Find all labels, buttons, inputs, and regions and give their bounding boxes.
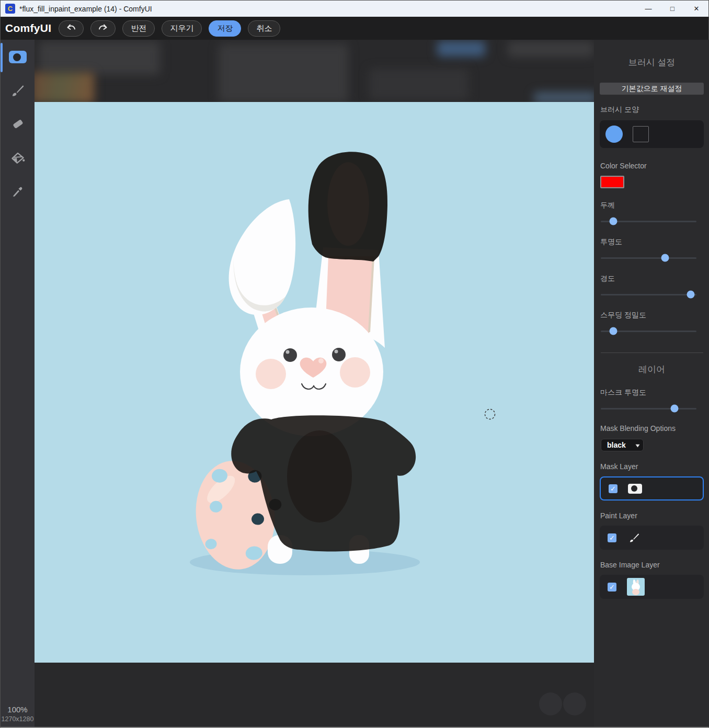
- paint-layer-icon: [627, 531, 642, 544]
- comfyui-app-icon: C: [5, 4, 15, 14]
- undo-icon: [65, 24, 77, 33]
- paint-layer-row[interactable]: [600, 526, 704, 550]
- paint-bucket-icon: [10, 150, 26, 165]
- canvas-dimensions: 1270x1280: [1, 715, 35, 723]
- backdrop-blur-button: [437, 41, 485, 56]
- mask-blending-value: black: [607, 441, 626, 449]
- minimize-button[interactable]: —: [636, 1, 660, 17]
- eyedropper-tool-button[interactable]: [6, 179, 30, 203]
- smoothing-precision-slider-thumb[interactable]: [609, 327, 617, 335]
- mask-blending-dropdown[interactable]: black ▾: [601, 439, 644, 451]
- brush-color-swatch[interactable]: [600, 176, 624, 188]
- close-button[interactable]: ✕: [684, 1, 708, 17]
- brush-shape-selector: [600, 120, 704, 148]
- paint-layer-label: Paint Layer: [600, 511, 709, 520]
- cancel-button[interactable]: 취소: [248, 20, 280, 37]
- smoothing-precision-label: 스무딩 정밀도: [600, 311, 709, 320]
- base-image-layer-visibility-checkbox[interactable]: [608, 583, 616, 592]
- paint-layer-visibility-checkbox[interactable]: [608, 533, 616, 542]
- window-title: *flux_fill_inpaint_example (14) - ComfyU…: [19, 5, 152, 13]
- redo-icon: [97, 24, 109, 33]
- canvas-action-button-2[interactable]: [563, 692, 586, 715]
- slider-track: [601, 408, 696, 410]
- hardness-slider-thumb[interactable]: [687, 291, 695, 299]
- smoothing-precision-slider[interactable]: [601, 327, 696, 335]
- mask-layer-label: Mask Layer: [600, 462, 709, 471]
- backdrop-blur-panel: [39, 41, 160, 75]
- comfyui-logo: ComfyUI: [5, 22, 51, 35]
- backdrop-blur-panel: [369, 69, 468, 100]
- mask-opacity-label: 마스크 투명도: [600, 388, 709, 397]
- base-image-layer-label: Base Image Layer: [600, 561, 709, 569]
- brush-shape-label: 브러시 모양: [600, 105, 709, 115]
- color-selector-label: Color Selector: [600, 162, 709, 170]
- brush-icon: [10, 83, 26, 98]
- thickness-slider[interactable]: [601, 218, 696, 225]
- square-brush-option[interactable]: [633, 126, 649, 142]
- mask-tool-icon: [9, 51, 27, 63]
- canvas-action-button-1[interactable]: [539, 692, 562, 715]
- editor-toolbar: ComfyUI 반전 지우기 저장 취소: [1, 17, 708, 40]
- clear-button[interactable]: 지우기: [162, 20, 202, 37]
- window-controls: — □ ✕: [636, 1, 708, 17]
- title-bar: C *flux_fill_inpaint_example (14) - Comf…: [1, 1, 708, 17]
- mask-opacity-slider-thumb[interactable]: [670, 405, 678, 413]
- tool-sidebar: 100% 1270x1280: [1, 40, 35, 727]
- brush-tool-button[interactable]: [6, 78, 30, 103]
- maximize-button[interactable]: □: [660, 1, 684, 17]
- eraser-tool-button[interactable]: [6, 112, 30, 136]
- base-image-layer-row[interactable]: [600, 575, 704, 599]
- backdrop-blur-image: [35, 72, 94, 104]
- panel-divider: [601, 352, 703, 353]
- mask-opacity-slider[interactable]: [601, 405, 696, 412]
- mask-blending-label: Mask Blending Options: [600, 424, 709, 433]
- chevron-down-icon: ▾: [636, 442, 639, 448]
- eraser-icon: [10, 116, 26, 132]
- zoom-percent: 100%: [1, 705, 35, 714]
- fill-tool-button[interactable]: [6, 145, 30, 169]
- thickness-slider-thumb[interactable]: [609, 218, 617, 225]
- opacity-label: 투명도: [600, 237, 709, 247]
- opacity-slider-thumb[interactable]: [661, 254, 669, 262]
- hardness-label: 경도: [600, 274, 709, 283]
- backdrop-blur-panel: [219, 44, 348, 103]
- hardness-slider[interactable]: [601, 291, 696, 298]
- brush-settings-title: 브러시 설정: [594, 56, 709, 69]
- mask-layer-visibility-checkbox[interactable]: [609, 484, 617, 493]
- mask-tool-button[interactable]: [6, 45, 30, 69]
- redo-button[interactable]: [90, 20, 116, 37]
- comfyui-mask-editor-window: C *flux_fill_inpaint_example (14) - Comf…: [0, 0, 709, 728]
- circle-brush-option[interactable]: [605, 126, 623, 143]
- slider-track: [601, 257, 696, 259]
- mask-layer-row[interactable]: [600, 476, 704, 500]
- canvas-area: [35, 40, 594, 727]
- settings-panel: 브러시 설정 기본값으로 재설정 브러시 모양 Color Selector 두…: [594, 40, 709, 727]
- invert-button[interactable]: 반전: [122, 20, 155, 37]
- undo-button[interactable]: [59, 20, 84, 37]
- canvas-zoom-info: 100% 1270x1280: [1, 705, 35, 723]
- reset-defaults-button[interactable]: 기본값으로 재설정: [600, 83, 704, 95]
- slider-track: [601, 294, 696, 295]
- opacity-slider[interactable]: [601, 254, 696, 261]
- mask-layer-icon: [628, 484, 642, 494]
- selected-tool-indicator: [1, 43, 3, 72]
- mask-paint-canvas[interactable]: [35, 102, 594, 663]
- backdrop-blur-icons: [508, 41, 594, 57]
- eyedropper-icon: [10, 184, 25, 198]
- layers-title: 레이어: [594, 363, 709, 376]
- save-button[interactable]: 저장: [209, 20, 241, 37]
- thickness-label: 두께: [600, 201, 709, 210]
- base-image-thumbnail: [627, 578, 645, 596]
